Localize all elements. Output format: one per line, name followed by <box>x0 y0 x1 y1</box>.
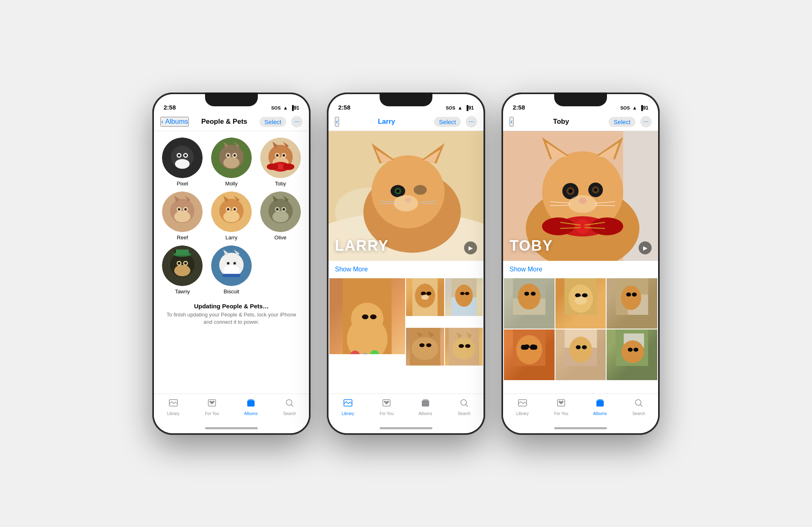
svg-point-128 <box>452 338 475 359</box>
select-button-1[interactable]: Select <box>259 117 286 127</box>
svg-point-15 <box>233 154 236 157</box>
svg-point-63 <box>178 262 180 265</box>
svg-point-29 <box>267 163 278 170</box>
svg-point-197 <box>634 348 639 352</box>
table-row[interactable] <box>607 329 657 380</box>
sos-icon-2: SOS <box>446 105 455 110</box>
select-button-2[interactable]: Select <box>434 117 461 127</box>
back-button-1[interactable]: ‹ Albums <box>160 117 189 127</box>
table-row[interactable] <box>406 328 444 366</box>
svg-point-191 <box>576 345 581 349</box>
svg-point-42 <box>223 211 240 222</box>
tab-library-2[interactable]: Library <box>336 398 360 416</box>
search-icon-2 <box>459 398 469 410</box>
heart-icon: ♡ <box>196 224 201 230</box>
list-item[interactable]: ♡ Tawny <box>160 245 205 295</box>
table-row[interactable] <box>555 278 606 329</box>
back-button-2[interactable]: ‹ <box>335 117 339 127</box>
show-more-row-toby: Show More <box>503 261 658 278</box>
phone-2: 2:58 SOS ▲ ▐91 ‹ Larry Select ··· <box>327 92 485 435</box>
photo-grid-larry <box>328 278 484 369</box>
svg-point-107 <box>370 314 377 319</box>
svg-point-160 <box>591 217 623 235</box>
tab-library-3[interactable]: Library <box>510 398 535 416</box>
svg-point-118 <box>455 284 473 307</box>
tab-label-library-2: Library <box>341 411 354 416</box>
list-item[interactable]: ♡ Larry <box>209 191 254 241</box>
tab-albums-2[interactable]: Albums <box>413 398 438 416</box>
svg-point-14 <box>227 154 229 157</box>
svg-point-190 <box>569 337 592 363</box>
search-icon-3 <box>634 398 644 410</box>
svg-point-124 <box>426 343 432 347</box>
tab-for-you-3[interactable]: For You <box>549 398 573 416</box>
table-row[interactable] <box>504 278 555 329</box>
svg-point-105 <box>351 303 384 335</box>
avatar: ♡ <box>211 245 252 286</box>
svg-point-28 <box>278 164 283 170</box>
tab-search-3[interactable]: Search <box>626 398 651 416</box>
show-more-link-toby[interactable]: Show More <box>510 266 542 273</box>
tab-library-1[interactable]: Library <box>161 398 186 416</box>
nav-bar-3: ‹ Toby Select ··· <box>503 113 658 131</box>
tab-albums-3[interactable]: Albums <box>588 398 612 416</box>
svg-rect-186 <box>530 345 537 350</box>
list-item[interactable]: ♡ Olive <box>258 191 302 241</box>
hero-name-larry: LARRY <box>335 237 389 254</box>
svg-point-129 <box>458 344 464 348</box>
hero-photo-toby[interactable]: TOBY ▶ <box>503 131 658 261</box>
svg-point-60 <box>174 265 190 276</box>
back-button-3[interactable]: ‹ <box>510 117 514 127</box>
tab-search-2[interactable]: Search <box>452 398 476 416</box>
svg-point-119 <box>460 292 464 295</box>
photo-grid-toby <box>503 278 658 381</box>
more-button-2[interactable]: ··· <box>466 116 477 127</box>
svg-point-182 <box>516 335 542 364</box>
pet-name-label: Molly <box>225 181 238 187</box>
table-row[interactable] <box>445 278 483 316</box>
play-button-toby[interactable]: ▶ <box>639 241 652 254</box>
notch-3 <box>554 92 607 106</box>
svg-rect-68 <box>176 250 189 255</box>
list-item[interactable]: ♡ Molly <box>209 138 254 187</box>
tab-search-1[interactable]: Search <box>277 398 302 416</box>
library-icon-2 <box>343 398 353 410</box>
avatar: ♡ <box>260 138 301 178</box>
tab-label-albums-2: Albums <box>419 411 432 416</box>
home-indicator-2 <box>380 427 432 429</box>
svg-point-130 <box>465 344 470 348</box>
select-button-3[interactable]: Select <box>609 117 635 127</box>
hero-photo-larry[interactable]: LARRY ▶ <box>328 131 484 261</box>
pets-grid: ♡ Pixel <box>154 131 309 295</box>
table-row[interactable] <box>329 278 405 354</box>
wifi-icon-3: ▲ <box>632 105 637 111</box>
table-row[interactable] <box>504 329 555 380</box>
table-row[interactable] <box>607 278 657 329</box>
page-title-1: People & Pets <box>201 118 247 126</box>
svg-point-122 <box>412 337 438 360</box>
svg-point-195 <box>622 340 644 363</box>
tab-label-for-you-1: For You <box>205 411 219 416</box>
list-item[interactable]: ♡ Toby <box>258 138 302 187</box>
show-more-link-larry[interactable]: Show More <box>335 266 368 273</box>
more-button-1[interactable]: ··· <box>291 116 302 127</box>
more-button-3[interactable]: ··· <box>640 116 652 127</box>
svg-rect-136 <box>423 399 428 401</box>
play-button-larry[interactable]: ▶ <box>464 241 477 254</box>
svg-point-174 <box>582 293 587 297</box>
table-row[interactable] <box>406 278 444 316</box>
list-item[interactable]: ♡ Biscuit <box>209 245 254 295</box>
svg-point-45 <box>227 208 229 211</box>
hero-name-toby: TOBY <box>510 237 553 254</box>
tab-for-you-2[interactable]: For You <box>374 398 399 416</box>
tab-label-library-3: Library <box>516 411 529 416</box>
tab-for-you-1[interactable]: For You <box>200 398 224 416</box>
status-icons-3: SOS ▲ ▐91 <box>620 105 648 111</box>
content-1: ♡ Pixel <box>154 131 309 394</box>
list-item[interactable]: ♡ Pixel <box>160 138 205 187</box>
list-item[interactable]: ♡ Reef <box>160 191 205 241</box>
svg-point-33 <box>174 211 190 222</box>
tab-albums-1[interactable]: Albums <box>239 398 263 416</box>
table-row[interactable] <box>445 328 483 366</box>
table-row[interactable] <box>555 329 606 380</box>
